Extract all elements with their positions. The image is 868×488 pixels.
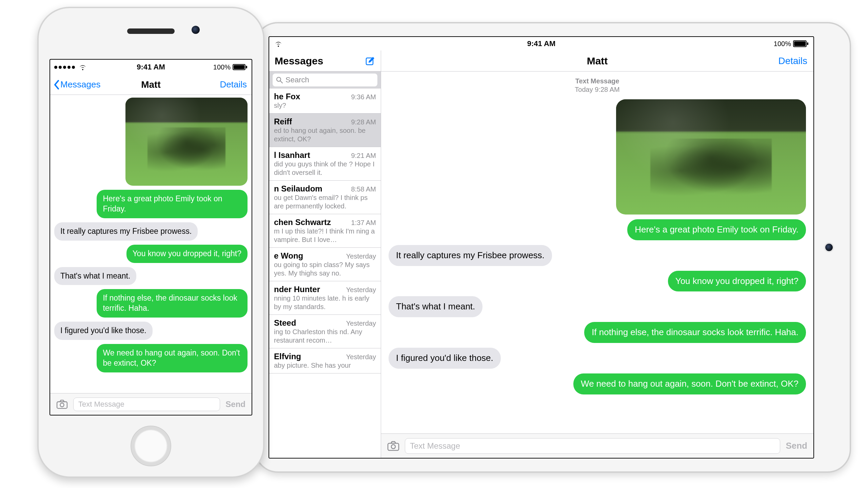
message-thread[interactable]: Text Message Today 9:28 AM Here's a grea… <box>381 72 813 433</box>
svg-point-4 <box>277 77 281 81</box>
outgoing-bubble[interactable]: Here's a great photo Emily took on Frida… <box>97 190 248 218</box>
svg-rect-9 <box>234 65 244 69</box>
ipad-battery-percent: 100% <box>774 40 791 48</box>
back-button[interactable]: Messages <box>54 79 101 90</box>
incoming-bubble[interactable]: It really captures my Frisbee prowess. <box>54 222 198 241</box>
conversation-item[interactable]: SteedYesterdaying to Charleston this nd.… <box>269 315 381 348</box>
thread-timestamp: Text Message Today 9:28 AM <box>575 77 619 94</box>
conversation-preview: m I up this late?! I think I'm ning a va… <box>274 227 376 244</box>
outgoing-bubble[interactable]: You know you dropped it, right? <box>126 245 248 263</box>
timestamp-when: Today 9:28 AM <box>575 85 619 94</box>
iphone-home-button[interactable] <box>131 426 171 466</box>
send-button[interactable]: Send <box>786 441 807 451</box>
conversation-name: Steed <box>274 318 296 328</box>
conversation-name: l Isanhart <box>274 150 310 160</box>
conversation-item[interactable]: Reiff9:28 AMed to hang out again, soon. … <box>269 114 381 147</box>
conversation-name: e Wong <box>274 251 303 261</box>
svg-rect-2 <box>807 42 808 45</box>
incoming-bubble[interactable]: It really captures my Frisbee prowess. <box>389 245 552 266</box>
timestamp-type: Text Message <box>575 77 619 85</box>
outgoing-bubble[interactable]: We need to hang out again, soon. Don't b… <box>97 344 248 372</box>
message-composer: Send <box>381 433 813 458</box>
sidebar-title: Messages <box>275 55 323 67</box>
incoming-bubble[interactable]: That's what I meant. <box>389 296 482 317</box>
details-button[interactable]: Details <box>778 56 807 66</box>
conversation-item[interactable]: he Fox9:36 AMsly? <box>269 88 381 114</box>
iphone-screen: 9:41 AM 100% Messages Matt Details Here'… <box>50 59 252 415</box>
conversation-time: 9:36 AM <box>351 93 376 101</box>
outgoing-bubble[interactable]: Here's a great photo Emily took on Frida… <box>627 219 806 240</box>
iphone-status-bar: 9:41 AM 100% <box>50 60 252 75</box>
incoming-bubble[interactable]: I figured you'd like those. <box>389 348 501 369</box>
message-row: That's what I meant. <box>389 296 806 317</box>
message-row: It really captures my Frisbee prowess. <box>54 222 248 241</box>
conversation-item[interactable]: e WongYesterdayou going to spin class? M… <box>269 248 381 281</box>
conversation-list[interactable]: he Fox9:36 AMsly?Reiff9:28 AMed to hang … <box>269 88 381 458</box>
conversation-time: Yesterday <box>346 252 376 260</box>
search-input[interactable]: Search <box>273 74 377 86</box>
iphone-front-camera <box>192 26 200 34</box>
conversation-item[interactable]: ElfvingYesterdayaby picture. She has you… <box>269 348 381 373</box>
conversation-time: 9:28 AM <box>351 118 376 126</box>
ipad-status-time: 9:41 AM <box>269 39 813 48</box>
svg-rect-1 <box>794 41 806 46</box>
outgoing-bubble[interactable]: We need to hang out again, soon. Don't b… <box>573 373 806 394</box>
ipad-status-bar: 9:41 AM 100% <box>269 37 813 50</box>
svg-rect-10 <box>246 66 247 68</box>
ipad-front-camera <box>825 244 833 251</box>
outgoing-bubble[interactable]: If nothing else, the dinosaur socks look… <box>97 289 248 318</box>
iphone-speaker <box>127 28 175 34</box>
conversation-preview: nning 10 minutes late. h is early by my … <box>274 294 376 311</box>
conversation-name: n Seilaudom <box>274 184 322 194</box>
incoming-bubble[interactable]: I figured you'd like those. <box>54 322 153 340</box>
message-row: If nothing else, the dinosaur socks look… <box>54 289 248 318</box>
message-row: If nothing else, the dinosaur socks look… <box>389 322 806 343</box>
conversation-name: Reiff <box>274 117 292 126</box>
conversation-time: 9:21 AM <box>351 152 376 160</box>
photo-message[interactable] <box>616 99 806 215</box>
compose-button[interactable] <box>365 56 375 66</box>
conversation-time: Yesterday <box>346 286 376 294</box>
conversation-preview: ing to Charleston this nd. Any restauran… <box>274 328 376 345</box>
iphone-camera-button[interactable] <box>56 400 68 409</box>
conversation-preview: ou going to spin class? My says yes. My … <box>274 261 376 278</box>
search-placeholder: Search <box>285 76 309 84</box>
conversation-header: Matt Details <box>381 50 813 72</box>
message-row: We need to hang out again, soon. Don't b… <box>389 373 806 394</box>
conversation-item[interactable]: chen Schwartz1:37 AMm I up this late?! I… <box>269 214 381 248</box>
sidebar-search-row: Search <box>269 72 381 88</box>
svg-point-7 <box>391 445 395 449</box>
conversation-item[interactable]: l Isanhart9:21 AMdid you guys think of t… <box>269 147 381 181</box>
message-row <box>54 98 248 186</box>
iphone-details-button[interactable]: Details <box>220 79 247 90</box>
chevron-left-icon <box>54 80 60 89</box>
conversation-name: he Fox <box>274 92 300 101</box>
message-row: It really captures my Frisbee prowess. <box>389 245 806 266</box>
camera-button[interactable] <box>387 441 399 451</box>
conversation-title: Matt <box>587 55 608 67</box>
conversation-name: Elfving <box>274 352 301 361</box>
iphone-message-thread[interactable]: Here's a great photo Emily took on Frida… <box>50 95 252 393</box>
outgoing-bubble[interactable]: You know you dropped it, right? <box>668 271 806 292</box>
iphone-message-composer: Send <box>50 393 252 415</box>
photo-message[interactable] <box>125 98 248 186</box>
iphone-signal-group <box>54 64 87 70</box>
conversation-time: Yesterday <box>346 353 376 361</box>
outgoing-bubble[interactable]: If nothing else, the dinosaur socks look… <box>584 322 806 343</box>
conversation-item[interactable]: n Seilaudom8:58 AMou get Dawn's email? I… <box>269 181 381 214</box>
message-row: Here's a great photo Emily took on Frida… <box>54 190 248 218</box>
message-input[interactable] <box>405 438 780 454</box>
conversation-sidebar: Messages Search he Fox9:36 AM <box>269 50 381 458</box>
iphone-message-input[interactable] <box>73 398 220 411</box>
iphone-wifi-icon <box>78 64 87 70</box>
message-row: You know you dropped it, right? <box>54 245 248 263</box>
incoming-bubble[interactable]: That's what I meant. <box>54 267 136 285</box>
message-row: I figured you'd like those. <box>389 348 806 369</box>
ipad-wifi-icon <box>274 40 283 47</box>
iphone-device-frame: 9:41 AM 100% Messages Matt Details Here'… <box>37 7 264 478</box>
conversation-time: Yesterday <box>346 320 376 327</box>
svg-point-12 <box>60 403 64 407</box>
conversation-item[interactable]: nder HunterYesterdaynning 10 minutes lat… <box>269 281 381 315</box>
iphone-send-button[interactable]: Send <box>225 400 245 409</box>
ipad-device-frame: 9:41 AM 100% Messages <box>254 22 851 473</box>
